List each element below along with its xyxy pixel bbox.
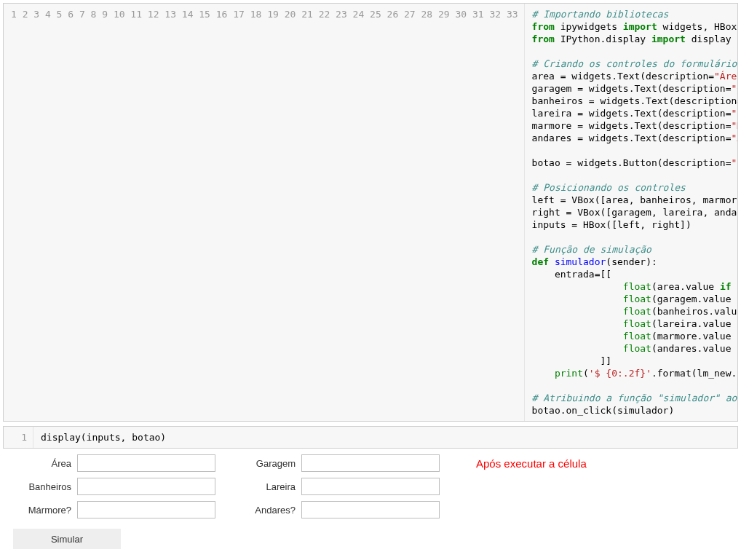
widget-label: Andares? (237, 505, 301, 516)
widget-text-input[interactable] (301, 478, 440, 495)
widget-row: Banheiros (13, 478, 215, 495)
widget-text-input[interactable] (77, 478, 215, 495)
widget-row: Mármore? (13, 501, 215, 518)
inputs-hbox: ÁreaBanheirosMármore? GaragemLareiraAnda… (13, 454, 735, 518)
widget-row: Andares? (237, 501, 440, 518)
widget-label: Garagem (237, 458, 301, 469)
code-cell-1: 1 2 3 4 5 6 7 8 9 10 11 12 13 14 15 16 1… (3, 3, 738, 422)
code-cell-2: 1 display(inputs, botao) (3, 426, 738, 449)
code-area[interactable]: # Importando bibliotecas from ipywidgets… (525, 4, 737, 421)
left-vbox: ÁreaBanheirosMármore? (13, 454, 215, 518)
widget-label: Área (13, 458, 77, 469)
widget-text-input[interactable] (77, 501, 215, 518)
widget-row: Garagem (237, 454, 440, 472)
widget-row: Lareira (237, 478, 440, 495)
widget-label: Lareira (237, 481, 301, 492)
widget-label: Mármore? (13, 505, 77, 516)
widget-text-input[interactable] (301, 501, 440, 518)
line-number-gutter: 1 2 3 4 5 6 7 8 9 10 11 12 13 14 15 16 1… (4, 4, 525, 421)
widget-text-input[interactable] (301, 454, 440, 472)
widget-text-input[interactable] (77, 454, 215, 472)
simular-button[interactable]: Simular (13, 529, 121, 549)
output-area: ÁreaBanheirosMármore? GaragemLareiraAnda… (13, 454, 735, 549)
widget-label: Banheiros (13, 481, 77, 492)
right-vbox: GaragemLareiraAndares? (237, 454, 440, 518)
code-area[interactable]: display(inputs, botao) (33, 427, 737, 448)
annotation-text: Após executar a célula (461, 454, 587, 470)
widget-row: Área (13, 454, 215, 472)
line-number-gutter: 1 (4, 427, 33, 448)
